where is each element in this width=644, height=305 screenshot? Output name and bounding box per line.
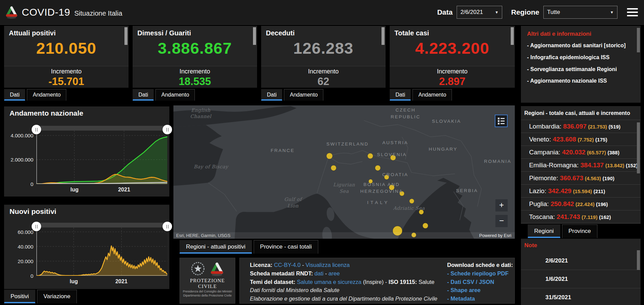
region-total: 420.032	[562, 149, 586, 156]
map-bubble[interactable]	[390, 155, 396, 160]
zoom-out-button[interactable]: −	[495, 215, 508, 227]
tab-dati[interactable]: Dati	[261, 89, 282, 101]
scrollbar-thumb[interactable]	[124, 27, 128, 45]
map-bubble[interactable]	[389, 185, 394, 190]
tab-positivi[interactable]: Positivi	[4, 290, 35, 303]
altri-dati-link[interactable]: - Infografica epidemiologica ISS	[527, 54, 632, 61]
regioni-province-tabs: Regioni Province	[528, 224, 599, 238]
tab-andamento[interactable]: Andamento	[284, 89, 323, 101]
regione-row[interactable]: Lombardia: 836.097 (21.753) (519)	[521, 120, 641, 133]
y-tick-label: 60.000	[4, 229, 33, 235]
region-current: (65.577)	[587, 150, 606, 155]
rndt-aree-link[interactable]: aree	[328, 270, 340, 276]
map-bubble[interactable]	[375, 165, 380, 171]
zoom-in-button[interactable]: +	[495, 199, 508, 211]
scrollbar-thumb[interactable]	[637, 122, 640, 173]
map-bubble[interactable]	[419, 210, 424, 215]
tab-dati[interactable]: Dati	[390, 89, 411, 101]
tab-province-casi-totali[interactable]: Province - casi totali	[254, 240, 318, 254]
map-bubble[interactable]	[369, 179, 373, 183]
protezione-civile-logo-icon	[4, 5, 19, 19]
regione-row[interactable]: Veneto: 423.608 (7.752) (175)	[521, 133, 641, 146]
region-total: 423.608	[553, 136, 576, 143]
scrollbar-thumb[interactable]	[511, 27, 514, 45]
region-current: (15.594)	[573, 188, 592, 194]
download-link[interactable]: - Schede riepilogo PDF	[447, 269, 513, 278]
y-tick-label: 40.000	[4, 244, 33, 250]
map-bubble[interactable]	[368, 153, 373, 159]
iso-label: ISO 19115:	[389, 279, 417, 285]
map-bubble[interactable]	[409, 199, 414, 203]
visualizza-licenza-link[interactable]: Visualizza licenza	[306, 262, 350, 268]
note-date-row[interactable]: 31/5/2021	[521, 288, 641, 305]
cc-by-link[interactable]: CC-BY-4.0	[274, 262, 301, 268]
tab-dati[interactable]: Dati	[4, 89, 25, 101]
map-bubble[interactable]	[326, 153, 333, 159]
tab-andamento[interactable]: Andamento	[155, 89, 195, 101]
increment-value: 18.535	[133, 75, 257, 88]
map-bubble[interactable]	[331, 165, 336, 171]
slider-handle-left[interactable]	[32, 125, 41, 134]
regioni-panel: Regioni - totale casi, attuali e increme…	[521, 106, 641, 224]
tab-andamento[interactable]: Andamento	[412, 89, 452, 101]
scrollbar-thumb[interactable]	[637, 250, 640, 270]
slider-handle-right[interactable]	[163, 222, 172, 231]
map-bubble[interactable]	[423, 223, 428, 228]
rndt-line: Scheda metadati RNDT: dati - aree	[250, 269, 437, 278]
altri-dati-link[interactable]: - Sorveglianza settimanale Regioni	[527, 66, 632, 73]
scrollbar-thumb[interactable]	[253, 27, 256, 45]
regione-row[interactable]: Campania: 420.032 (65.577) (388)	[521, 146, 641, 159]
note-date-row[interactable]: 2/6/2021	[521, 252, 641, 270]
map-bubble[interactable]	[384, 175, 389, 180]
download-link[interactable]: - Dati CSV / JSON	[447, 278, 513, 286]
region-current: (7.752)	[578, 137, 594, 142]
tab-province[interactable]: Province	[562, 224, 597, 238]
map-tabs: Regioni - attuali positivi Province - ca…	[180, 240, 320, 254]
date-select[interactable]: 2/6/2021 ▼	[457, 6, 502, 19]
card-value: 210.050	[4, 39, 129, 57]
altri-dati-panel: Altri dati e informazioni - Aggiornament…	[521, 26, 641, 103]
note-panel: Note 2/6/20211/6/202131/5/2021	[521, 239, 641, 305]
card-dimessi-guariti: Dimessi / Guariti 3.886.867 Incremento 1…	[133, 26, 257, 88]
scrollbar-thumb[interactable]	[382, 27, 385, 45]
y-tick-label: 0	[4, 273, 33, 279]
rndt-label: Scheda metadati RNDT:	[250, 270, 313, 276]
altri-dati-link[interactable]: - Aggiornamento nazionale ISS	[527, 78, 632, 85]
map-attribution-bar: Esri, HERE, Garmin, USGS Powered by Esri	[173, 232, 515, 239]
altri-dati-link[interactable]: - Aggiornamento dati sanitari [storico]	[527, 42, 632, 49]
regione-row[interactable]: Lazio: 342.429 (15.594) (211)	[521, 185, 641, 198]
regione-row[interactable]: Emilia-Romagna: 384.137 (13.842) (152)	[521, 159, 641, 172]
download-link[interactable]: - Shape aree	[447, 286, 513, 294]
region-current: (4.563)	[585, 175, 601, 181]
nuovi-positivi-chart[interactable]	[36, 227, 167, 276]
map-bubble[interactable]	[400, 191, 404, 196]
rndt-dati-link[interactable]: dati	[315, 270, 324, 276]
map-canvas	[173, 105, 515, 239]
regione-row[interactable]: Puglia: 250.842 (22.424) (196)	[521, 198, 641, 210]
tab-dati[interactable]: Dati	[133, 89, 154, 101]
download-link[interactable]: - Metadata	[447, 294, 513, 303]
tab-andamento[interactable]: Andamento	[27, 89, 66, 101]
page-subtitle: Situazione Italia	[74, 10, 122, 17]
andamento-nazionale-chart[interactable]	[36, 131, 167, 184]
menu-icon[interactable]	[627, 8, 638, 16]
legend-button[interactable]	[495, 115, 508, 127]
europe-map[interactable]: FRANCESWITZERLANDAUSTRIACZECH REPUBLICSL…	[173, 105, 515, 239]
covid-dashboard: COVID-19 Situazione Italia Data 2/6/2021…	[0, 0, 644, 305]
card-value: 4.223.200	[390, 39, 515, 57]
region-select[interactable]: Tutte ▼	[543, 6, 617, 19]
card-title: Attuali positivi	[9, 29, 56, 37]
regione-row[interactable]: Piemonte: 360.673 (4.563) (190)	[521, 172, 641, 185]
tab-regioni[interactable]: Regioni	[528, 224, 560, 238]
slider-handle-right[interactable]	[163, 125, 172, 134]
page-title: COVID-19	[22, 6, 70, 18]
region-increment: (190)	[603, 175, 614, 181]
salute-umana-link[interactable]: Salute umana e sicurezza	[297, 279, 361, 285]
region-increment: (388)	[608, 150, 620, 155]
note-date-row[interactable]: 1/6/2021	[521, 270, 641, 288]
regione-row[interactable]: Toscana: 241.743 (7.119) (162)	[521, 210, 641, 223]
tab-regioni-attuali-positivi[interactable]: Regioni - attuali positivi	[180, 240, 252, 254]
tab-variazione[interactable]: Variazione	[37, 290, 77, 303]
scrollbar-thumb[interactable]	[637, 28, 640, 52]
slider-handle-left[interactable]	[32, 222, 41, 231]
